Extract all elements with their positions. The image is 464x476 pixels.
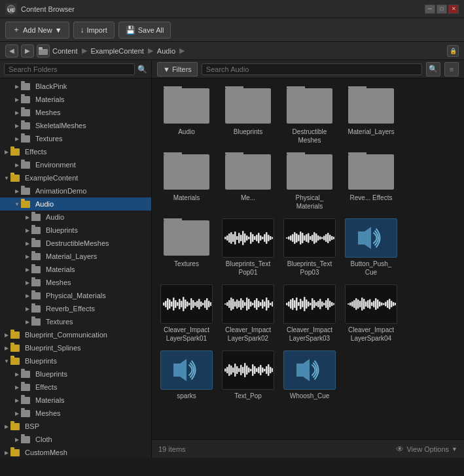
asset-item[interactable]: Me...	[219, 150, 277, 213]
minimize-button[interactable]: ─	[425, 5, 435, 14]
breadcrumb-audio[interactable]: Audio	[157, 47, 175, 55]
asset-item[interactable]: Cleaver_Impact LayerSpark04	[342, 282, 401, 345]
tree-item[interactable]: ▶Meshes	[0, 407, 151, 420]
search-audio-input[interactable]	[202, 63, 422, 75]
search-audio-button[interactable]: 🔍	[426, 62, 440, 76]
svg-rect-91	[248, 299, 250, 309]
tree-item[interactable]: ▶Blueprints	[0, 224, 151, 237]
asset-item[interactable]: Cleaver_Impact LayerSpark01	[157, 282, 216, 345]
tree-item[interactable]: ▶Reverb_Effects	[0, 302, 151, 315]
svg-rect-78	[210, 302, 211, 306]
breadcrumb-content[interactable]: Content	[52, 47, 78, 55]
tree-item-label: Textures	[46, 318, 73, 326]
tree-item[interactable]: ▶Cloth	[0, 433, 151, 446]
tree-item[interactable]: ▶Materials	[0, 263, 151, 276]
tree-item[interactable]: ▶Blueprints	[0, 367, 151, 381]
svg-rect-94	[254, 300, 256, 308]
tree-item[interactable]: ▶Meshes	[0, 276, 151, 289]
svg-rect-39	[306, 234, 308, 242]
breadcrumb-example-content[interactable]: ExampleContent	[91, 47, 144, 55]
asset-item[interactable]: Material_Layers	[342, 84, 401, 147]
forward-button[interactable]: ▶	[21, 44, 34, 58]
svg-rect-49	[325, 234, 327, 242]
bc-sep-2: ▶	[148, 46, 153, 55]
import-button[interactable]: ↓ Import	[73, 22, 115, 39]
expand-arrow: ▼	[3, 174, 10, 182]
close-button[interactable]: ✕	[448, 5, 459, 14]
asset-item[interactable]: Blueprints_Text Pop01	[219, 216, 277, 279]
tree-item[interactable]: ▶AnimationDemo	[0, 184, 151, 197]
svg-rect-146	[381, 303, 383, 306]
tree-item[interactable]: ▶Material_Layers	[0, 250, 151, 263]
tree-item[interactable]: ▶Blueprint_Communication	[0, 328, 151, 341]
tree-item[interactable]: ▶Textures	[0, 315, 151, 328]
folder-icon	[21, 201, 30, 208]
asset-item[interactable]: Audio	[157, 84, 216, 147]
expand-arrow: ▶	[24, 226, 31, 234]
asset-item[interactable]: Blueprints_Text Pop03	[280, 216, 339, 279]
tree-item[interactable]: ▶Physical_Materials	[0, 289, 151, 302]
expand-arrow: ▶	[13, 95, 21, 103]
asset-item[interactable]: Text_Pop	[219, 348, 277, 403]
tree-item[interactable]: ▶SkeletalMeshes	[0, 119, 151, 132]
tree-item[interactable]: ▶Meshes	[0, 106, 151, 119]
tree-item[interactable]: ▼Blueprints	[0, 354, 151, 367]
maximize-button[interactable]: □	[437, 5, 447, 14]
speaker-svg	[162, 352, 211, 388]
lock-button[interactable]: 🔒	[447, 45, 459, 57]
tree-item[interactable]: ▶Materials	[0, 93, 151, 106]
svg-rect-119	[315, 302, 317, 306]
svg-rect-159	[234, 364, 236, 377]
asset-item[interactable]: Materials	[157, 150, 216, 213]
asset-item[interactable]: Physical_ Materials	[280, 150, 339, 213]
tree-item[interactable]: ▼ExampleContent	[0, 171, 151, 184]
tree-item[interactable]: ▶Effects	[0, 381, 151, 394]
search-folders-input[interactable]	[4, 63, 135, 75]
save-all-button[interactable]: 💾 Save All	[118, 22, 171, 39]
view-options-button[interactable]: 👁 View Options ▼	[396, 445, 457, 454]
svg-rect-11	[238, 233, 240, 243]
asset-item[interactable]: Cleaver_Impact LayerSpark03	[280, 282, 339, 345]
tree-item[interactable]: ▶Textures	[0, 132, 151, 145]
svg-rect-85	[236, 299, 238, 309]
asset-item[interactable]: Textures	[157, 216, 216, 279]
tree-item[interactable]: ▶Audio	[0, 211, 151, 224]
tree-item[interactable]: ▶Effects	[0, 145, 151, 158]
asset-item[interactable]: Blueprints	[219, 84, 277, 147]
svg-rect-3	[39, 47, 43, 50]
tree-item[interactable]: ▶BlackPink	[0, 80, 151, 93]
tree-item[interactable]: ▶Blueprint_Splines	[0, 341, 151, 354]
folder-icon	[31, 292, 41, 299]
filters-button[interactable]: ▼ Filters	[157, 62, 198, 76]
svg-rect-156	[228, 364, 230, 376]
search-folders-bar: 🔍	[0, 60, 151, 78]
waveform-svg	[223, 352, 273, 388]
svg-rect-143	[375, 298, 377, 310]
waveform-svg	[223, 220, 273, 256]
svg-rect-31	[290, 235, 292, 241]
tree-item[interactable]: ▶BSP	[0, 420, 151, 433]
asset-item[interactable]: Whoosh_Cue	[280, 348, 339, 403]
asset-thumbnail	[160, 284, 213, 324]
tree-item[interactable]: ▶CustomMesh	[0, 446, 151, 458]
svg-rect-43	[313, 232, 315, 244]
back-button[interactable]: ◀	[5, 44, 18, 58]
tree-item[interactable]: ▶Environment	[0, 158, 151, 171]
tree-item[interactable]: ▼Audio	[0, 197, 151, 211]
asset-item[interactable]: Cleaver_Impact LayerSpark02	[219, 282, 277, 345]
svg-rect-100	[266, 298, 268, 311]
expand-arrow: ▶	[24, 305, 31, 313]
asset-item[interactable]: Button_Push_ Cue	[342, 216, 401, 279]
tree-item[interactable]: ▶Materials	[0, 394, 151, 407]
asset-item[interactable]: Destructible Meshes	[280, 84, 339, 147]
svg-rect-111	[300, 299, 302, 309]
svg-rect-175	[266, 366, 268, 374]
asset-item[interactable]: Reve... Effects	[342, 150, 401, 213]
svg-rect-134	[357, 299, 359, 309]
settings-button[interactable]: ≡	[444, 62, 459, 76]
add-new-button[interactable]: ＋ Add New ▼	[5, 22, 69, 39]
asset-item[interactable]: sparks	[157, 348, 216, 403]
folder-up-button[interactable]	[37, 44, 50, 58]
svg-rect-28	[272, 237, 273, 239]
tree-item[interactable]: ▶DestructibleMeshes	[0, 237, 151, 250]
